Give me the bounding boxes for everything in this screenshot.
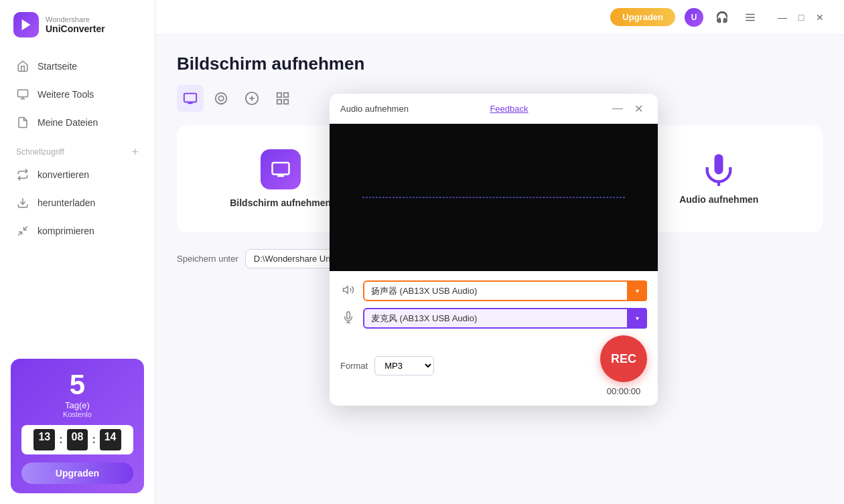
svg-rect-19 [277, 100, 281, 104]
close-button[interactable]: ✕ [812, 9, 828, 25]
recorder-title: Audio aufnehmen [340, 104, 409, 114]
speaker-icon [340, 284, 356, 299]
rec-timer: 00:00:00 [607, 386, 641, 396]
logo-brand: Wondershare [46, 15, 105, 23]
svg-rect-0 [18, 90, 28, 97]
timer-minutes: 08 [67, 429, 88, 450]
convert-icon [16, 168, 29, 181]
main-content: Upgraden U 🎧 — □ ✕ Bildschirm aufnehmen [155, 0, 844, 504]
schnellzugriff-section: Schnellzugriff + [0, 139, 155, 161]
sidebar-item-startseite[interactable]: Startseite [0, 52, 155, 80]
waveform-line [362, 197, 625, 198]
recorder-minimize-button[interactable]: — [610, 100, 626, 116]
trial-label: Tag(e) [21, 400, 133, 410]
page-content: Bildschirm aufnehmen Bildschirm aufne [155, 35, 844, 504]
logo-text: Wondershare UniConverter [46, 15, 105, 34]
mic-select[interactable]: 麦克风 (AB13X USB Audio) [363, 308, 647, 329]
tab-audio[interactable] [238, 85, 265, 112]
sidebar-item-meine-dateien-label: Meine Dateien [38, 117, 98, 128]
format-rec-row: Format MP3 WAV AAC REC 00:00:00 [340, 335, 647, 396]
save-label: Speichern unter [177, 254, 238, 264]
bildschirm-label: Bildschirm aufnehmen [230, 197, 331, 208]
sidebar-upgrade-button[interactable]: Upgraden [21, 463, 133, 484]
topbar-upgrade-button[interactable]: Upgraden [610, 8, 675, 26]
sidebar-item-herunterladen[interactable]: herunterladen [0, 189, 155, 217]
rec-area: REC 00:00:00 [600, 335, 647, 396]
svg-line-4 [18, 232, 21, 236]
recorder-header: Audio aufnehmen Feedback — ✕ [330, 94, 658, 124]
bildschirm-icon-wrap [261, 149, 301, 189]
mic-select-wrap: 麦克风 (AB13X USB Audio) ▾ [363, 308, 647, 329]
trial-days: 5 [21, 371, 133, 399]
download-icon [16, 196, 29, 209]
svg-line-5 [24, 226, 27, 230]
speaker-select[interactable]: 扬声器 (AB13X USB Audio) [363, 280, 647, 301]
audio-aufnehmen-label: Audio aufnehmen [679, 194, 758, 205]
svg-rect-20 [284, 100, 288, 104]
mic-row: 麦克风 (AB13X USB Audio) ▾ [340, 308, 647, 329]
rec-button[interactable]: REC [600, 335, 647, 382]
svg-rect-9 [184, 94, 196, 102]
audio-recorder-overlay: Audio aufnehmen Feedback — ✕ [330, 94, 658, 406]
tab-screen[interactable] [177, 85, 204, 112]
svg-rect-21 [272, 163, 289, 175]
komprimieren-label: komprimieren [38, 226, 94, 236]
sidebar-nav: Startseite Weitere Tools Meine Dateien [0, 50, 155, 139]
trial-sublabel: Kostenlo [21, 410, 133, 418]
tools-icon [16, 88, 29, 101]
audio-visualizer [330, 124, 658, 271]
timer-colon-2: : [92, 429, 95, 450]
user-avatar[interactable]: U [685, 8, 703, 27]
konvertieren-label: konvertieren [38, 169, 89, 180]
speaker-row: 扬声器 (AB13X USB Audio) ▾ [340, 280, 647, 301]
svg-point-13 [216, 93, 227, 104]
minimize-button[interactable]: — [774, 9, 790, 25]
herunterladen-label: herunterladen [38, 197, 95, 208]
sidebar-item-startseite-label: Startseite [38, 61, 77, 72]
recorder-close-button[interactable]: ✕ [631, 100, 647, 116]
svg-point-12 [218, 96, 223, 100]
sidebar-item-konvertieren[interactable]: konvertieren [0, 161, 155, 189]
tab-webcam[interactable] [208, 85, 234, 112]
sidebar-item-weitere-tools-label: Weitere Tools [38, 89, 94, 100]
files-icon [16, 116, 29, 129]
sidebar-item-komprimieren[interactable]: komprimieren [0, 217, 155, 245]
sidebar-item-meine-dateien[interactable]: Meine Dateien [0, 108, 155, 137]
maximize-button[interactable]: □ [793, 9, 809, 25]
speaker-select-wrap: 扬声器 (AB13X USB Audio) ▾ [363, 280, 647, 301]
svg-rect-17 [277, 93, 281, 97]
window-controls: — □ ✕ [774, 9, 828, 25]
app-logo: Wondershare UniConverter [0, 0, 155, 50]
svg-rect-18 [284, 93, 288, 97]
compress-icon [16, 224, 29, 238]
trial-timer: 13 : 08 : 14 [21, 425, 133, 454]
format-row: Format MP3 WAV AAC [340, 356, 434, 375]
recorder-window-controls: — ✕ [610, 100, 647, 116]
sidebar: Wondershare UniConverter Startseite Weit… [0, 0, 155, 504]
timer-hours: 13 [33, 429, 55, 450]
tab-app[interactable] [269, 85, 296, 112]
format-select[interactable]: MP3 WAV AAC [374, 356, 434, 375]
mic-input-icon [340, 311, 356, 326]
trial-card: 5 Tag(e) Kostenlo 13 : 08 : 14 Upgraden [11, 359, 144, 493]
page-title: Bildschirm aufnehmen [177, 54, 823, 74]
timer-seconds: 14 [100, 429, 121, 450]
add-schnellzugriff-button[interactable]: + [131, 146, 139, 158]
menu-icon[interactable] [741, 8, 760, 27]
home-icon [16, 60, 29, 73]
feedback-link[interactable]: Feedback [490, 104, 528, 114]
sidebar-item-weitere-tools[interactable]: Weitere Tools [0, 80, 155, 108]
timer-colon-1: : [59, 429, 62, 450]
recorder-body: 扬声器 (AB13X USB Audio) ▾ 麦克风 (AB13X USB A… [330, 271, 658, 406]
logo-icon [13, 12, 39, 37]
topbar: Upgraden U 🎧 — □ ✕ [155, 0, 844, 35]
svg-marker-28 [344, 286, 348, 293]
logo-product: UniConverter [46, 23, 105, 34]
format-label: Format [340, 361, 368, 371]
schnellzugriff-label: Schnellzugriff [16, 147, 64, 157]
headset-icon[interactable]: 🎧 [713, 8, 731, 27]
